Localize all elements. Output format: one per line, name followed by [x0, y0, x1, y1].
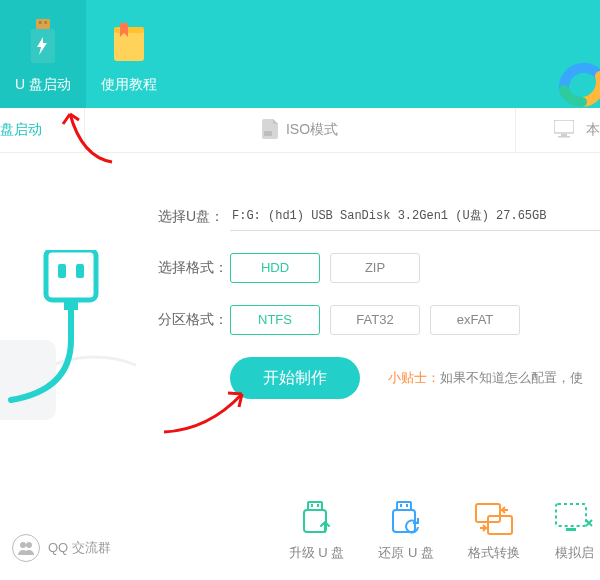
monitor-icon [554, 120, 580, 141]
svg-rect-20 [311, 504, 313, 507]
svg-rect-22 [304, 510, 326, 532]
restore-usb-icon [388, 498, 424, 536]
svg-rect-29 [556, 504, 586, 526]
svg-rect-2 [45, 21, 48, 24]
action-simulate-boot[interactable]: 模拟启 [554, 498, 594, 562]
start-button[interactable]: 开始制作 [230, 357, 360, 399]
mode-label: 选择格式： [158, 259, 230, 277]
svg-rect-11 [558, 136, 570, 138]
tab-label: U 盘启动 [15, 76, 71, 94]
fs-option-exfat[interactable]: exFAT [430, 305, 520, 335]
mode-option-zip[interactable]: ZIP [330, 253, 420, 283]
svg-rect-10 [561, 134, 567, 136]
svg-rect-23 [397, 502, 411, 510]
people-icon [12, 534, 40, 562]
svg-rect-14 [58, 264, 66, 278]
action-restore-usb[interactable]: 还原 U 盘 [378, 498, 434, 562]
topbar: U 盘启动 使用教程 [0, 0, 600, 108]
svg-rect-24 [400, 504, 402, 507]
mode-option-hdd[interactable]: HDD [230, 253, 320, 283]
action-label: 格式转换 [468, 544, 520, 562]
disk-dropdown[interactable]: F:G: (hd1) USB SanDisk 3.2Gen1 (U盘) 27.6… [230, 203, 600, 231]
mode-tab-local[interactable]: 本 [516, 108, 600, 152]
svg-rect-13 [46, 250, 96, 300]
disk-label: 选择U盘： [158, 208, 230, 226]
svg-rect-8 [264, 131, 272, 136]
tab-tutorial[interactable]: 使用教程 [86, 0, 172, 108]
action-label: 还原 U 盘 [378, 544, 434, 562]
svg-rect-1 [39, 21, 42, 24]
fs-option-fat32[interactable]: FAT32 [330, 305, 420, 335]
app-logo-icon [554, 52, 600, 108]
svg-rect-30 [566, 528, 576, 531]
svg-rect-9 [554, 120, 574, 133]
usb-illustration-icon [0, 250, 136, 463]
svg-point-17 [20, 542, 26, 548]
actions: 升级 U 盘 还原 U 盘 [289, 498, 600, 562]
svg-rect-21 [317, 504, 319, 507]
fs-label: 分区格式： [158, 311, 230, 329]
convert-icon [474, 498, 514, 536]
mode-bar: 盘启动 ISO模式 本 [0, 108, 600, 153]
iso-file-icon [262, 119, 286, 142]
fs-option-ntfs[interactable]: NTFS [230, 305, 320, 335]
action-label: 升级 U 盘 [289, 544, 345, 562]
row-select-disk: 选择U盘： F:G: (hd1) USB SanDisk 3.2Gen1 (U盘… [0, 203, 600, 231]
upgrade-usb-icon [299, 498, 335, 536]
usb-drive-icon [23, 19, 63, 68]
svg-rect-12 [0, 340, 56, 420]
bottom-bar: QQ 交流群 升级 U 盘 [0, 498, 600, 562]
svg-rect-25 [406, 504, 408, 507]
svg-rect-0 [36, 19, 50, 29]
tip-text: 小贴士：如果不知道怎么配置，使 [388, 369, 583, 387]
mode-tab-diskboot[interactable]: 盘启动 [0, 108, 85, 152]
svg-rect-6 [114, 27, 144, 33]
qq-label: QQ 交流群 [48, 539, 111, 557]
book-icon [110, 23, 148, 68]
action-upgrade-usb[interactable]: 升级 U 盘 [289, 498, 345, 562]
tab-label: 使用教程 [101, 76, 157, 94]
simulate-icon [554, 498, 594, 536]
tip-highlight: 小贴士： [388, 370, 440, 385]
svg-rect-15 [76, 264, 84, 278]
svg-point-18 [26, 542, 32, 548]
qq-group-link[interactable]: QQ 交流群 [12, 534, 192, 562]
mode-tab-iso[interactable]: ISO模式 [85, 108, 516, 152]
tab-usb-boot[interactable]: U 盘启动 [0, 0, 86, 108]
action-label: 模拟启 [555, 544, 594, 562]
svg-rect-19 [308, 502, 322, 510]
action-format-convert[interactable]: 格式转换 [468, 498, 520, 562]
